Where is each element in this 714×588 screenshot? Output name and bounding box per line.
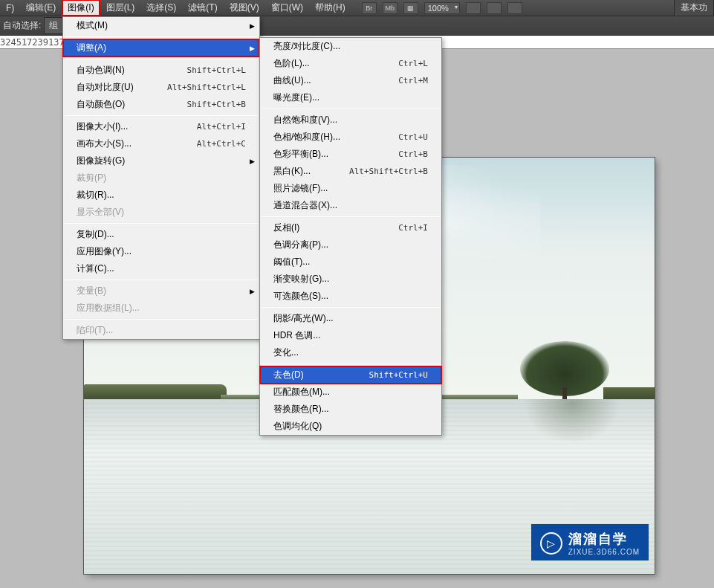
menu-item[interactable]: 色调均化(Q) xyxy=(260,418,441,435)
ruler-numbers: 324517239137 xyxy=(0,37,65,48)
menu-item[interactable]: 照片滤镜(F)... xyxy=(260,180,441,197)
menu-item[interactable]: 图像旋转(G)▶ xyxy=(63,152,259,169)
minibridge-icon[interactable]: Mb xyxy=(383,2,397,14)
menu-item[interactable]: 复制(D)... xyxy=(63,226,259,243)
menu-item[interactable]: 裁切(R)... xyxy=(63,187,259,204)
menu-item[interactable]: 变化... xyxy=(260,344,441,361)
play-icon: ▷ xyxy=(540,532,562,555)
menu-select[interactable]: 选择(S) xyxy=(140,0,182,16)
large-tree xyxy=(520,335,609,402)
arrange-icon-1[interactable] xyxy=(466,2,481,14)
menu-item-label: 复制(D)... xyxy=(77,228,246,241)
menu-item[interactable]: 阴影/高光(W)... xyxy=(260,310,441,327)
submenu-arrow-icon: ▶ xyxy=(250,158,255,165)
menu-separator xyxy=(262,216,440,217)
menu-item[interactable]: 渐变映射(G)... xyxy=(260,271,441,288)
menu-item[interactable]: 调整(A)▶ xyxy=(63,39,259,56)
menu-item-label: 照片滤镜(F)... xyxy=(273,182,428,195)
watermark-title: 溜溜自学 xyxy=(568,530,640,548)
watermark: ▷ 溜溜自学 ZIXUE.3D66.COM xyxy=(531,524,649,560)
menu-item[interactable]: 黑白(K)...Alt+Shift+Ctrl+B xyxy=(260,163,441,180)
menu-item[interactable]: 通道混合器(X)... xyxy=(260,197,441,214)
menu-item-label: 亮度/对比度(C)... xyxy=(273,40,428,53)
menu-item[interactable]: 色彩平衡(B)...Ctrl+B xyxy=(260,146,441,163)
workspace-button[interactable]: 基本功 xyxy=(674,0,714,16)
menu-item[interactable]: 可选颜色(S)... xyxy=(260,288,441,305)
menu-item-label: 应用图像(Y)... xyxy=(77,245,246,258)
menu-item[interactable]: 自动颜色(O)Shift+Ctrl+B xyxy=(63,96,259,113)
menu-item[interactable]: 色相/饱和度(H)...Ctrl+U xyxy=(260,129,441,146)
menu-item[interactable]: 自然饱和度(V)... xyxy=(260,112,441,129)
menu-item[interactable]: 色阶(L)...Ctrl+L xyxy=(260,55,441,72)
menu-item[interactable]: 画布大小(S)...Alt+Ctrl+C xyxy=(63,135,259,152)
menu-item[interactable]: 应用图像(Y)... xyxy=(63,243,259,260)
arrange-icon-2[interactable] xyxy=(487,2,502,14)
menu-item-label: 反相(I) xyxy=(273,222,383,234)
menu-item: 陷印(T)... xyxy=(63,322,259,339)
menu-item-shortcut: Ctrl+B xyxy=(398,149,428,159)
menu-item-shortcut: Alt+Shift+Ctrl+B xyxy=(349,167,428,176)
submenu-arrow-icon: ▶ xyxy=(250,288,255,295)
menu-item-label: 色调均化(Q) xyxy=(273,420,428,433)
menu-item-shortcut: Ctrl+U xyxy=(398,132,428,142)
menu-item[interactable]: 反相(I)Ctrl+I xyxy=(260,219,441,236)
menu-item[interactable]: 亮度/对比度(C)... xyxy=(260,38,441,55)
menu-separator xyxy=(65,115,258,116)
menu-item-label: 自动色调(N) xyxy=(77,64,172,77)
menu-item-shortcut: Ctrl+I xyxy=(398,223,428,233)
menu-file[interactable]: F) xyxy=(0,1,20,16)
menu-item-label: 图像旋转(G) xyxy=(77,155,246,167)
menu-item-shortcut: Alt+Ctrl+C xyxy=(197,139,246,149)
menu-filter[interactable]: 滤镜(T) xyxy=(182,0,223,16)
menu-item-label: 变化... xyxy=(273,346,428,359)
menu-item[interactable]: 自动色调(N)Shift+Ctrl+L xyxy=(63,62,259,79)
menu-item-label: 曝光度(E)... xyxy=(273,91,428,104)
arrange-icon-3[interactable] xyxy=(507,2,522,14)
menu-item-label: 裁切(R)... xyxy=(77,189,246,201)
menu-item-label: 自然饱和度(V)... xyxy=(273,114,428,126)
zoom-dropdown[interactable]: 100% xyxy=(424,2,460,14)
menu-item[interactable]: 阈值(T)... xyxy=(260,253,441,271)
menu-item-label: 色相/饱和度(H)... xyxy=(273,131,383,143)
menu-item-label: 去色(D) xyxy=(273,369,354,381)
auto-select-label: 自动选择: xyxy=(3,19,41,32)
menu-item-label: 模式(M) xyxy=(77,19,246,32)
menu-item-label: 阈值(T)... xyxy=(273,256,428,268)
menu-item-shortcut: Shift+Ctrl+B xyxy=(187,100,246,109)
menu-help[interactable]: 帮助(H) xyxy=(309,0,351,16)
menu-item[interactable]: 自动对比度(U)Alt+Shift+Ctrl+L xyxy=(63,79,259,96)
menu-edit[interactable]: 编辑(E) xyxy=(20,0,62,16)
menu-view[interactable]: 视图(V) xyxy=(224,0,265,16)
menu-item[interactable]: 匹配颜色(M)... xyxy=(260,384,441,401)
menu-item[interactable]: 替换颜色(R)... xyxy=(260,401,441,418)
menu-separator xyxy=(262,307,440,308)
menu-item-label: 变量(B) xyxy=(77,285,246,297)
menu-item-label: 计算(C)... xyxy=(77,262,246,275)
menu-item-label: 自动对比度(U) xyxy=(77,81,152,94)
menu-item[interactable]: 图像大小(I)...Alt+Ctrl+I xyxy=(63,118,259,135)
menu-item-label: 渐变映射(G)... xyxy=(273,273,428,285)
menu-item: 变量(B)▶ xyxy=(63,282,259,300)
menu-item[interactable]: 曲线(U)...Ctrl+M xyxy=(260,72,441,89)
menu-item-label: 自动颜色(O) xyxy=(77,98,172,111)
menu-window[interactable]: 窗口(W) xyxy=(265,0,309,16)
menu-item[interactable]: 去色(D)Shift+Ctrl+U xyxy=(260,366,441,384)
menu-item-label: 替换颜色(R)... xyxy=(273,403,428,416)
menu-item[interactable]: 曝光度(E)... xyxy=(260,89,441,106)
menu-bar: F) 编辑(E) 图像(I) 图层(L) 选择(S) 滤镜(T) 视图(V) 窗… xyxy=(0,0,714,16)
menu-item[interactable]: 模式(M)▶ xyxy=(63,17,259,34)
menu-item-label: 陷印(T)... xyxy=(77,324,246,337)
menu-layer[interactable]: 图层(L) xyxy=(100,0,141,16)
screen-mode-icon[interactable]: ▦ xyxy=(403,2,418,14)
menu-item[interactable]: HDR 色调... xyxy=(260,327,441,344)
menu-item[interactable]: 计算(C)... xyxy=(63,260,259,277)
menu-item-label: 黑白(K)... xyxy=(273,165,334,178)
menu-item-label: 应用数据组(L)... xyxy=(77,302,246,314)
menu-separator xyxy=(65,319,258,320)
menu-item[interactable]: 色调分离(P)... xyxy=(260,236,441,253)
menu-item: 显示全部(V) xyxy=(63,204,259,221)
bridge-icon[interactable]: Br xyxy=(362,2,377,14)
menu-image[interactable]: 图像(I) xyxy=(62,0,100,16)
image-menu-dropdown: 模式(M)▶调整(A)▶自动色调(N)Shift+Ctrl+L自动对比度(U)A… xyxy=(62,16,260,340)
menu-item-label: 图像大小(I)... xyxy=(77,120,182,133)
